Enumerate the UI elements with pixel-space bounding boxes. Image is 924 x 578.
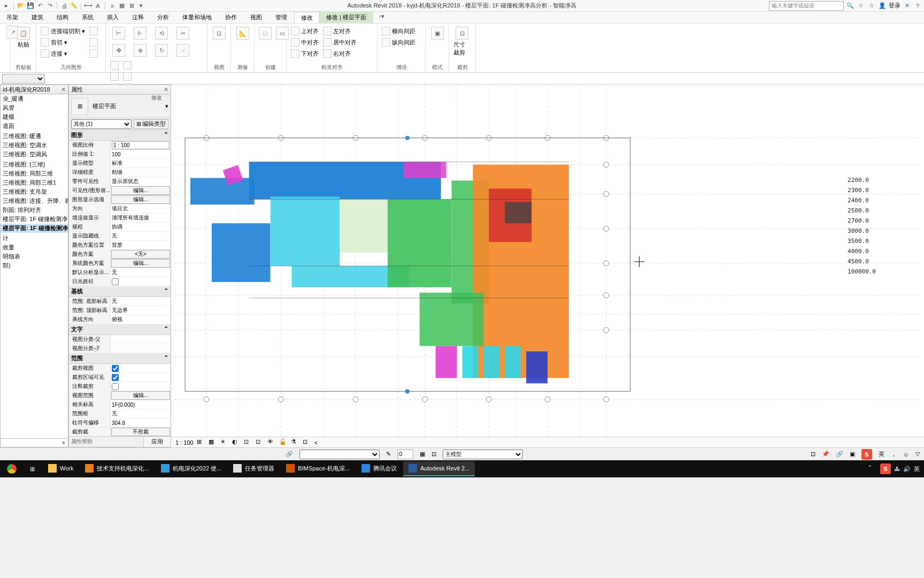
tree-item[interactable]: 剖面: 排列对齐 [1, 206, 68, 215]
tree-item[interactable]: 建模 [1, 112, 68, 121]
apply-button[interactable]: 应用 [144, 437, 171, 447]
offset-button[interactable]: ⊩ [130, 26, 150, 41]
print-icon[interactable]: 🖨 [60, 2, 68, 10]
property-value[interactable]: 编辑... [111, 259, 170, 268]
property-value[interactable] [111, 383, 171, 390]
property-group[interactable]: 图形⌃ [69, 130, 171, 141]
tab-collab[interactable]: 协作 [219, 12, 244, 23]
tab-modify[interactable]: 修改 [294, 12, 320, 23]
measure-icon[interactable]: 📏 [70, 2, 78, 10]
tree-item[interactable]: 三维视图: 暖通 [1, 132, 68, 141]
select-count[interactable] [397, 450, 413, 459]
array-button[interactable] [109, 60, 120, 71]
taskbar-app[interactable]: Work [43, 461, 79, 476]
tree-item[interactable]: 道面 [1, 121, 68, 131]
mode-button[interactable]: ▣ [429, 26, 445, 41]
property-group[interactable]: 文字⌃ [69, 324, 171, 335]
tree-item[interactable]: 部) [1, 261, 68, 270]
sun-path-icon[interactable]: ☀ [220, 438, 229, 447]
split-button[interactable]: ✂ [173, 26, 192, 41]
property-value[interactable]: 100 [111, 151, 171, 157]
align-mid-button[interactable]: 中对齐 [290, 37, 320, 48]
geom-c-button[interactable] [88, 48, 99, 59]
property-value[interactable]: 无 [111, 232, 171, 240]
link-icon[interactable]: 🔗 [286, 451, 293, 458]
tray-network-icon[interactable]: 🖧 [894, 466, 900, 472]
property-help-link[interactable]: 属性帮助 [69, 437, 144, 447]
property-value[interactable]: 无 [111, 298, 171, 305]
property-value[interactable]: 无边界 [111, 307, 171, 314]
app-menu-icon[interactable]: ▸ [2, 2, 11, 10]
drawing-canvas[interactable]: 2200.02300.02400.02500.02700.03000.03500… [171, 85, 924, 437]
dropdown-icon[interactable]: ▾ [137, 2, 145, 10]
tray-volume-icon[interactable]: 🔊 [903, 466, 911, 473]
tree-item[interactable]: 计 [1, 234, 68, 243]
scale-button[interactable] [109, 71, 120, 82]
model-icon[interactable]: ⊡ [432, 451, 436, 458]
tree-item[interactable]: 楼层平面: 1F 碰撞检测净高发 [1, 224, 68, 233]
redo-icon[interactable]: ↷ [45, 2, 54, 10]
taskbar-app[interactable]: 机电深化2022 使... [156, 461, 227, 476]
align-top-button[interactable]: 上对齐 [290, 26, 320, 36]
tree-item[interactable]: 风管 [1, 103, 68, 112]
sel-face-icon[interactable]: ▣ [850, 451, 855, 458]
sel-pin-icon[interactable]: 📌 [822, 451, 829, 458]
measure-button[interactable]: 📐 [234, 26, 251, 41]
property-value[interactable] [111, 365, 171, 372]
align-bot-button[interactable]: 下对齐 [290, 48, 320, 59]
property-value[interactable]: 1F(0.000) [111, 402, 171, 408]
delete-button[interactable] [122, 60, 133, 71]
trim-button[interactable]: ⟋ [173, 43, 192, 58]
tab-modify-context[interactable]: 修改 | 楼层平面 [320, 12, 373, 23]
taskbar-app[interactable]: BIMSpace-机电深... [281, 461, 355, 476]
visual-style-icon[interactable]: ▩ [209, 438, 217, 447]
tab-annotate[interactable]: 注释 [126, 12, 151, 23]
property-value[interactable]: 清理所有墙连接 [111, 214, 171, 222]
tree-item[interactable]: 三维视图: 连接、升降、遮挡 [1, 196, 68, 206]
property-value[interactable]: <无> [111, 250, 170, 258]
open-icon[interactable]: 📂 [17, 2, 25, 10]
search-input[interactable] [769, 1, 844, 11]
tree-item[interactable]: 业_暖通 [1, 94, 68, 103]
worksharing-icon[interactable]: ⊡ [303, 438, 311, 447]
switch-window-icon[interactable]: ⊞ [127, 2, 136, 10]
thin-lines-icon[interactable]: ≡ [108, 2, 117, 10]
property-value[interactable]: 背景 [111, 241, 171, 249]
tab-view[interactable]: 视图 [244, 12, 269, 23]
tree-item[interactable]: 楼层平面: 1F 碰撞检测净高分 [1, 215, 68, 224]
mirror-button[interactable]: ⟲ [152, 26, 171, 41]
create-a-button[interactable]: □ [258, 26, 273, 41]
analyze-icon[interactable]: ⚗ [291, 438, 299, 447]
join-button[interactable]: 连接 ▾ [40, 48, 86, 59]
align-right-button[interactable]: 右对齐 [322, 48, 358, 59]
property-value[interactable] [111, 141, 171, 149]
type-dropdown-icon[interactable]: ▾ [165, 103, 168, 110]
property-value[interactable]: 项目北 [111, 205, 171, 212]
chrome-icon[interactable] [2, 461, 21, 476]
tray-ime[interactable]: 英 [914, 465, 920, 473]
tab-arch[interactable]: 建筑 [25, 12, 50, 23]
hide-icon[interactable]: 👁 [267, 438, 276, 447]
ribbon-collapse-icon[interactable]: ▫▾ [378, 12, 386, 20]
tree-item[interactable]: 收量 [1, 243, 68, 252]
ime-lang[interactable]: 英 [879, 450, 884, 458]
browser-tree[interactable]: 业_暖通风管建模道面三维视图: 暖通三维视图: 空调水三维视图: 空调风三维视图… [0, 94, 68, 439]
property-value[interactable]: 编辑... [111, 186, 170, 195]
close-hidden-icon[interactable]: ▦ [118, 2, 126, 10]
tab-struct[interactable]: 结构 [50, 12, 75, 23]
save-icon[interactable]: 💾 [26, 2, 35, 10]
paste-button[interactable]: 📋粘贴 [14, 26, 33, 50]
star-icon[interactable]: ☆ [867, 2, 876, 10]
tab-insert[interactable]: 插入 [101, 12, 126, 23]
tab-analyze[interactable]: 分析 [151, 12, 176, 23]
taskbar-app[interactable]: 技术支持机电深化... [80, 461, 154, 476]
taskbar-app[interactable]: Autodesk Revit 2... [403, 461, 475, 476]
sogou-ime-icon[interactable]: S [861, 449, 872, 460]
tree-item[interactable]: 三维视图: 局部三维1 [1, 178, 68, 187]
property-value[interactable]: 无 [111, 410, 171, 417]
tree-item[interactable]: 三维视图: 空调风 [1, 150, 68, 159]
login-link[interactable]: 登录 [889, 2, 900, 10]
select-icon[interactable]: ✎ [386, 451, 391, 458]
tree-item[interactable]: 三维视图: {三维} [1, 160, 68, 169]
close-icon[interactable]: ✕ [61, 86, 66, 93]
